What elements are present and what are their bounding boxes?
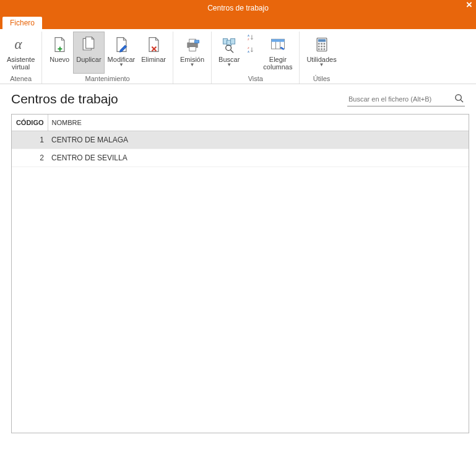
asistente-button[interactable]: αAsistentevirtual (4, 32, 38, 74)
ribbon-btn-label: Modificar▼ (108, 56, 136, 72)
ribbon-btn-label: Duplicar (76, 56, 101, 72)
svg-rect-21 (321, 43, 322, 45)
tab-fichero[interactable]: Fichero (2, 17, 42, 29)
duplicar-button[interactable]: Duplicar (73, 32, 104, 74)
alpha-icon: α (12, 35, 30, 54)
elegir-button[interactable]: Elegircolumnas (260, 32, 295, 74)
content-header: Centros de trabajo (0, 84, 476, 110)
svg-rect-24 (321, 46, 322, 48)
chevron-down-icon: ▼ (227, 63, 232, 68)
calculator-icon (313, 35, 331, 54)
svg-line-9 (231, 50, 233, 53)
svg-rect-20 (318, 43, 319, 45)
modificar-button[interactable]: Modificar▼ (105, 32, 139, 74)
svg-text:Z: Z (248, 46, 249, 50)
search-input[interactable] (348, 95, 451, 103)
ribbon-group-label: Útiles (303, 75, 339, 82)
svg-rect-22 (323, 43, 325, 45)
sort-za-icon: ZA (244, 46, 258, 54)
chevron-down-icon: ▼ (319, 63, 324, 68)
ribbon-btn-label: Eliminar (141, 56, 166, 72)
doc-duplicate-icon (80, 35, 97, 54)
ribbon-group-label: Atenea (4, 75, 38, 82)
ribbon-group: Buscar▼AZZAElegircolumnasVista (212, 32, 300, 84)
close-icon[interactable]: × (466, 0, 472, 11)
cell-codigo: 2 (12, 149, 48, 167)
cell-nombre: CENTRO DE SEVILLA (48, 149, 469, 167)
ribbon-btn-label: Buscar▼ (219, 56, 240, 72)
sort-za-button[interactable]: ZA (243, 44, 260, 56)
cell-codigo: 1 (12, 131, 48, 149)
svg-rect-4 (194, 40, 199, 43)
cell-nombre: CENTRO DE MALAGA (48, 131, 469, 149)
columns-icon (269, 35, 287, 54)
ribbon-btn-label: Utilidades▼ (306, 56, 336, 72)
nuevo-button[interactable]: Nuevo (46, 32, 73, 74)
svg-rect-23 (318, 46, 319, 48)
search-container (347, 92, 465, 106)
ribbon-group-items: Utilidades▼ (303, 32, 339, 74)
ribbon-group-label: Mantenimiento (46, 75, 169, 82)
ribbon-group: αAsistentevirtualAtenea (0, 32, 42, 84)
svg-text:α: α (14, 37, 22, 52)
ribbon-btn-label: Asistentevirtual (7, 56, 35, 72)
svg-rect-28 (323, 48, 325, 50)
svg-text:A: A (248, 34, 249, 37)
doc-new-icon (51, 35, 68, 54)
eliminar-button[interactable]: Eliminar (138, 32, 169, 74)
ribbon-btn-label: Emisión▼ (180, 56, 204, 72)
sort-az-icon: AZ (244, 33, 258, 42)
ribbon-group-label: Vista (215, 75, 295, 82)
chevron-down-icon: ▼ (190, 63, 195, 68)
ribbon-group-items: αAsistentevirtual (4, 32, 38, 74)
svg-rect-3 (189, 47, 196, 51)
print-icon (184, 35, 201, 54)
buscar-button[interactable]: Buscar▼ (215, 32, 243, 74)
ribbon-btn-label: Elegircolumnas (263, 56, 292, 72)
emision-button[interactable]: Emisión▼ (177, 32, 207, 74)
svg-rect-26 (318, 48, 319, 50)
ribbon-group: Utilidades▼Útiles (300, 32, 343, 84)
doc-edit-icon (113, 35, 130, 54)
svg-point-29 (456, 95, 461, 100)
table-header-row: CÓDIGO NOMBRE (12, 115, 469, 131)
svg-text:A: A (248, 50, 249, 53)
svg-rect-17 (271, 39, 284, 41)
ribbon-group-items: Buscar▼AZZAElegircolumnas (215, 32, 295, 74)
doc-delete-icon (145, 35, 162, 54)
ribbon-btn-label: Nuevo (50, 56, 69, 72)
ribbon-tabstrip: Fichero (0, 15, 476, 29)
svg-rect-7 (231, 38, 235, 44)
ribbon-group-items: Emisión▼ (177, 32, 207, 74)
svg-rect-27 (321, 48, 322, 50)
find-icon (220, 35, 238, 54)
svg-rect-19 (318, 39, 325, 41)
data-grid: CÓDIGO NOMBRE 1CENTRO DE MALAGA2CENTRO D… (11, 114, 469, 433)
ribbon-group: NuevoDuplicarModificar▼EliminarMantenimi… (42, 32, 173, 84)
svg-rect-25 (323, 46, 325, 48)
sort-az-button[interactable]: AZ (243, 32, 260, 44)
svg-text:Z: Z (248, 38, 249, 41)
svg-line-30 (461, 100, 463, 102)
chevron-down-icon: ▼ (119, 63, 124, 68)
col-nombre[interactable]: NOMBRE (48, 115, 469, 131)
page-title: Centros de trabajo (11, 92, 118, 106)
title-bar: Centros de trabajo × (0, 0, 476, 15)
ribbon-group-items: NuevoDuplicarModificar▼Eliminar (46, 32, 169, 74)
search-icon[interactable] (454, 93, 464, 105)
ribbon-stack: AZZA (243, 32, 260, 56)
ribbon: αAsistentevirtualAteneaNuevoDuplicarModi… (0, 29, 476, 84)
utilidades-button[interactable]: Utilidades▼ (303, 32, 339, 74)
table-row[interactable]: 2CENTRO DE SEVILLA (12, 149, 469, 167)
col-codigo[interactable]: CÓDIGO (12, 115, 48, 131)
window-title: Centros de trabajo (207, 4, 269, 12)
table-row[interactable]: 1CENTRO DE MALAGA (12, 131, 469, 149)
ribbon-group: Emisión▼ (173, 32, 212, 84)
